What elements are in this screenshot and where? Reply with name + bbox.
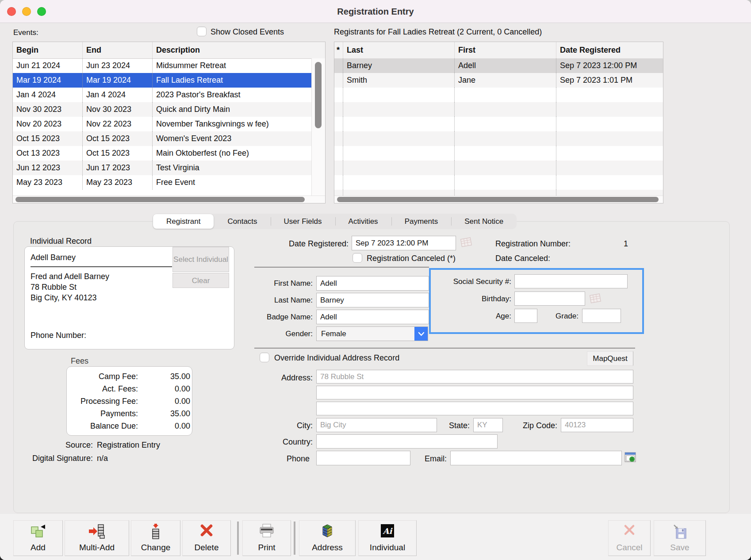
delete-button[interactable]: Delete (182, 520, 231, 556)
mapquest-button[interactable]: MapQuest (587, 351, 633, 366)
address-line2-input[interactable] (316, 386, 633, 399)
event-cell: Jan 4 2024 (13, 88, 83, 102)
select-individual-button[interactable]: Select Individual (172, 247, 229, 272)
ssn-label: Social Security #: (425, 277, 511, 286)
multi-add-icon (65, 524, 129, 539)
email-label: Email: (410, 454, 447, 464)
calendar-icon[interactable] (589, 293, 602, 306)
event-row[interactable]: Jan 4 2024Jan 4 20242023 Pastor's Breakf… (13, 88, 312, 102)
tab-user-fields[interactable]: User Fields (271, 214, 335, 229)
form-divider-top (254, 267, 429, 268)
registrant-row-empty (334, 117, 663, 131)
events-horizontal-scrollbar[interactable] (13, 196, 325, 203)
registration-canceled-checkbox[interactable] (353, 253, 362, 263)
override-address-checkbox[interactable] (260, 353, 269, 362)
grade-input[interactable] (582, 309, 621, 323)
change-button-label: Change (131, 543, 180, 552)
gender-label: Gender: (246, 330, 313, 338)
print-button[interactable]: Print (242, 520, 291, 556)
zip-code-input[interactable] (561, 418, 633, 432)
svg-text:Ai: Ai (383, 526, 393, 536)
digital-signature-label: Digital Signature: (18, 454, 93, 463)
registrants-col-date-registered[interactable]: Date Registered (556, 42, 663, 58)
country-input[interactable] (316, 434, 498, 449)
badge-name-input[interactable] (316, 310, 429, 324)
tab-bar: Registrant Contacts User Fields Activiti… (153, 214, 517, 229)
registrant-cell (334, 175, 343, 190)
chevron-down-icon[interactable] (414, 327, 428, 341)
show-closed-events-checkbox[interactable] (197, 27, 207, 36)
tab-registrant[interactable]: Registrant (153, 214, 214, 229)
event-cell: Nov 20 2023 (13, 117, 83, 131)
age-label: Age: (460, 312, 511, 321)
address-button[interactable]: Address (299, 520, 356, 556)
tab-payments[interactable]: Payments (391, 214, 452, 229)
toolbar-separator (237, 522, 239, 555)
country-label: Country: (246, 437, 313, 447)
registrant-row[interactable]: BarneyAdellSep 7 2023 12:00 PM (334, 58, 663, 73)
event-row[interactable]: Oct 13 2023Oct 15 2023Main Oktoberfest (… (13, 146, 312, 161)
event-cell: Mar 19 2024 (13, 73, 83, 88)
clear-button[interactable]: Clear (172, 273, 229, 288)
address-line1-input[interactable] (316, 370, 633, 384)
event-row[interactable]: Nov 20 2023Nov 22 2023November Tanksgivn… (13, 117, 312, 131)
event-cell: Women's Event 2023 (153, 131, 312, 146)
zip-code-label: Zip Code: (511, 421, 557, 430)
registrants-col-first[interactable]: First (455, 42, 556, 58)
last-name-input[interactable] (316, 293, 429, 307)
events-col-begin[interactable]: Begin (13, 42, 83, 58)
email-input[interactable] (450, 451, 622, 465)
event-cell: Fall Ladies Retreat (153, 73, 312, 88)
registrants-horizontal-scrollbar-thumb[interactable] (337, 197, 659, 202)
tab-contacts[interactable]: Contacts (214, 214, 270, 229)
event-row[interactable]: Jun 21 2024Jun 23 2024Midsummer Retreat (13, 58, 312, 73)
event-row[interactable]: Oct 15 2023Oct 15 2023Women's Event 2023 (13, 131, 312, 146)
toolbar-separator (294, 522, 295, 555)
registrant-cell (343, 117, 455, 131)
add-button[interactable]: Add (13, 520, 63, 556)
event-row[interactable]: Jun 12 2023Jun 17 2023Test Virginia (13, 161, 312, 175)
gender-dropdown[interactable]: Female (316, 326, 428, 341)
state-input[interactable] (473, 418, 503, 432)
registrant-row-empty (334, 88, 663, 102)
events-col-description[interactable]: Description (153, 42, 325, 58)
first-name-input[interactable] (316, 276, 429, 291)
registrant-cell (556, 190, 663, 196)
events-col-end[interactable]: End (83, 42, 153, 58)
event-cell: 2023 Pastor's Breakfast (153, 88, 312, 102)
city-input[interactable] (316, 418, 437, 432)
event-cell: Midsummer Retreat (153, 58, 312, 73)
individual-button[interactable]: Ai Individual (358, 520, 417, 556)
age-input[interactable] (514, 309, 537, 323)
calendar-icon[interactable] (460, 237, 472, 249)
events-vertical-scrollbar[interactable] (311, 58, 325, 196)
tab-activities[interactable]: Activities (335, 214, 391, 229)
change-button[interactable]: Change (131, 520, 180, 556)
phone-input[interactable] (316, 451, 410, 465)
event-cell: May 23 2023 (13, 175, 83, 190)
event-row[interactable]: Mar 19 2024Mar 19 2024Fall Ladies Retrea… (13, 73, 312, 88)
registrant-cell (556, 175, 663, 190)
birthday-input[interactable] (514, 292, 585, 306)
email-window-icon[interactable] (625, 452, 637, 465)
date-registered-input[interactable] (352, 236, 456, 250)
event-cell: Mar 19 2024 (83, 73, 153, 88)
multi-add-button[interactable]: Multi-Add (65, 520, 129, 556)
ssn-input[interactable] (514, 274, 628, 288)
events-table-body: Jun 21 2024Jun 23 2024Midsummer RetreatM… (13, 58, 312, 196)
registration-number-label: Registration Number: (495, 239, 571, 249)
registrants-col-last[interactable]: Last (343, 42, 455, 58)
events-horizontal-scrollbar-thumb[interactable] (15, 197, 305, 202)
tab-sent-notice[interactable]: Sent Notice (451, 214, 517, 229)
delete-button-label: Delete (183, 543, 230, 552)
digital-signature-value: n/a (97, 454, 108, 463)
address-line3-input[interactable] (316, 402, 633, 415)
event-row[interactable]: Nov 30 2023Nov 30 2023Quick and Dirty Ma… (13, 102, 312, 117)
registrants-horizontal-scrollbar[interactable] (334, 196, 663, 203)
event-cell: November Tanksgivnings w fee) (153, 117, 312, 131)
registrants-col-star[interactable]: * (334, 42, 343, 58)
event-row[interactable]: May 23 2023May 23 2023Free Event (13, 175, 312, 190)
registrant-row[interactable]: SmithJaneSep 7 2023 1:01 PM (334, 73, 663, 88)
events-vertical-scrollbar-thumb[interactable] (315, 62, 322, 128)
change-icon (131, 524, 180, 540)
